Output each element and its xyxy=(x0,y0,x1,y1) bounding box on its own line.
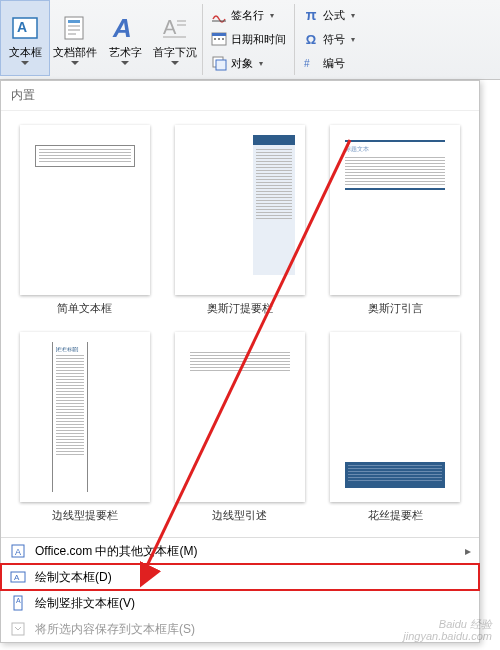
quickparts-label: 文档部件 xyxy=(53,46,97,59)
chevron-down-icon xyxy=(71,61,79,65)
gallery-caption: 边线型引述 xyxy=(212,508,267,523)
dropcap-label: 首字下沉 xyxy=(153,46,197,59)
menu-label: 绘制文本框(D) xyxy=(35,569,112,586)
chevron-down-icon: ▾ xyxy=(270,11,274,20)
datetime-button[interactable]: 日期和时间 xyxy=(207,28,290,50)
svg-rect-4 xyxy=(68,25,80,27)
svg-rect-14 xyxy=(212,33,226,36)
svg-text:A: A xyxy=(14,573,20,582)
chevron-right-icon: ▸ xyxy=(465,544,471,558)
wordart-button[interactable]: A 艺术字 xyxy=(100,0,150,76)
chevron-down-icon xyxy=(171,61,179,65)
thumb: [栏栏标题] xyxy=(20,332,150,502)
gallery-caption: 奥斯汀引言 xyxy=(368,301,423,316)
svg-rect-9 xyxy=(177,20,186,22)
textbox-icon: A xyxy=(9,12,41,44)
equation-label: 公式 xyxy=(323,8,345,23)
textbox-label: 文本框 xyxy=(9,46,42,59)
svg-text:#: # xyxy=(304,58,310,69)
thumb xyxy=(20,125,150,295)
chevron-down-icon: ▾ xyxy=(259,59,263,68)
calendar-icon xyxy=(211,31,227,47)
svg-text:A: A xyxy=(16,597,21,604)
gallery-item-border-sidebar[interactable]: [栏栏标题] 边线型提要栏 xyxy=(11,328,158,527)
thumb xyxy=(330,332,460,502)
gallery-item-filigree-sidebar[interactable]: 花丝提要栏 xyxy=(322,328,469,527)
symbol-label: 符号 xyxy=(323,32,345,47)
gallery-item-austin-quote[interactable]: 标题文本 奥斯汀引言 xyxy=(322,121,469,320)
textbox-gallery-panel: 内置 简单文本框 奥斯汀提要栏 标题文本 xyxy=(0,80,480,643)
svg-rect-19 xyxy=(216,60,226,70)
svg-rect-27 xyxy=(12,623,24,635)
save-gallery-icon xyxy=(9,620,27,638)
quickparts-icon xyxy=(59,12,91,44)
pi-icon: π xyxy=(303,7,319,23)
chevron-down-icon xyxy=(121,61,129,65)
signature-label: 签名行 xyxy=(231,8,264,23)
gallery-item-austin-sidebar[interactable]: 奥斯汀提要栏 xyxy=(166,121,313,320)
wordart-icon: A xyxy=(109,12,141,44)
signature-line-button[interactable]: 签名行 ▾ xyxy=(207,4,290,26)
svg-text:A: A xyxy=(17,19,27,35)
menu-label: 绘制竖排文本框(V) xyxy=(35,595,135,612)
equation-button[interactable]: π 公式 ▾ xyxy=(299,4,359,26)
separator xyxy=(202,4,203,75)
quickparts-button[interactable]: 文档部件 xyxy=(50,0,100,76)
svg-rect-11 xyxy=(163,36,186,38)
datetime-label: 日期和时间 xyxy=(231,32,286,47)
ribbon: A 文本框 文档部件 A 艺术字 A 首字下沉 签名行 ▾ 日期和时间 xyxy=(0,0,500,80)
draw-vtextbox-icon: A xyxy=(9,594,27,612)
svg-text:A: A xyxy=(15,547,21,557)
object-button[interactable]: 对象 ▾ xyxy=(207,52,290,74)
signature-icon xyxy=(211,7,227,23)
number-button[interactable]: # 编号 xyxy=(299,52,359,74)
thumb xyxy=(175,125,305,295)
svg-rect-3 xyxy=(68,20,80,23)
thumb: 标题文本 xyxy=(330,125,460,295)
svg-rect-16 xyxy=(218,38,220,40)
chevron-down-icon xyxy=(21,61,29,65)
dropcap-icon: A xyxy=(159,12,191,44)
menu-draw-textbox[interactable]: A 绘制文本框(D) xyxy=(1,564,479,590)
svg-rect-6 xyxy=(68,33,76,35)
chevron-down-icon: ▾ xyxy=(351,35,355,44)
dropcap-button[interactable]: A 首字下沉 xyxy=(150,0,200,76)
menu-label: 将所选内容保存到文本框库(S) xyxy=(35,621,195,638)
thumb xyxy=(175,332,305,502)
symbol-button[interactable]: Ω 符号 ▾ xyxy=(299,28,359,50)
gallery-caption: 花丝提要栏 xyxy=(368,508,423,523)
draw-textbox-icon: A xyxy=(9,568,27,586)
svg-text:A: A xyxy=(112,13,132,43)
textbox-button[interactable]: A 文本框 xyxy=(0,0,50,76)
menu-more-office[interactable]: A Office.com 中的其他文本框(M) ▸ xyxy=(1,538,479,564)
svg-rect-17 xyxy=(222,38,224,40)
menu-draw-vertical-textbox[interactable]: A 绘制竖排文本框(V) xyxy=(1,590,479,616)
watermark: Baidu 经验 jingyan.baidu.com xyxy=(403,618,492,642)
svg-rect-10 xyxy=(177,24,186,26)
separator xyxy=(294,4,295,75)
menu-label: Office.com 中的其他文本框(M) xyxy=(35,543,197,560)
gallery-caption: 边线型提要栏 xyxy=(52,508,118,523)
chevron-down-icon: ▾ xyxy=(351,11,355,20)
svg-rect-5 xyxy=(68,29,80,31)
gallery-caption: 奥斯汀提要栏 xyxy=(207,301,273,316)
gallery-item-border-quote[interactable]: 边线型引述 xyxy=(166,328,313,527)
svg-text:A: A xyxy=(163,16,177,38)
number-icon: # xyxy=(303,55,319,71)
gallery-header: 内置 xyxy=(1,81,479,111)
office-icon: A xyxy=(9,542,27,560)
number-label: 编号 xyxy=(323,56,345,71)
wordart-label: 艺术字 xyxy=(109,46,142,59)
gallery-item-simple[interactable]: 简单文本框 xyxy=(11,121,158,320)
svg-rect-15 xyxy=(214,38,216,40)
object-label: 对象 xyxy=(231,56,253,71)
gallery-caption: 简单文本框 xyxy=(57,301,112,316)
gallery-grid: 简单文本框 奥斯汀提要栏 标题文本 奥斯汀引言 xyxy=(1,111,479,537)
omega-icon: Ω xyxy=(303,31,319,47)
object-icon xyxy=(211,55,227,71)
